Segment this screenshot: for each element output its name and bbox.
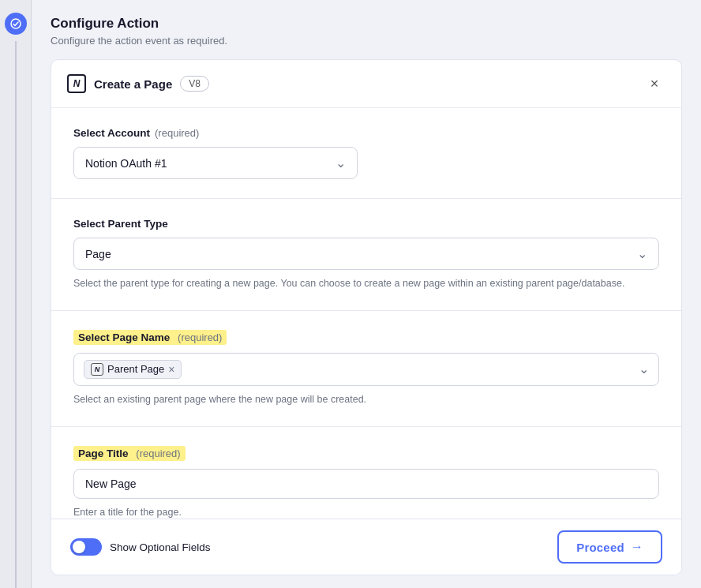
sidebar-connector-line bbox=[15, 41, 17, 588]
parent-page-tag: N Parent Page × bbox=[84, 360, 182, 379]
proceed-button[interactable]: Proceed → bbox=[557, 530, 662, 564]
page-title-input[interactable] bbox=[73, 469, 659, 499]
card-title: Create a Page bbox=[94, 77, 172, 91]
page-title-section: Page Title (required) Enter a title for … bbox=[51, 427, 681, 519]
close-button[interactable]: × bbox=[643, 73, 665, 95]
page-title-required: (required) bbox=[136, 448, 180, 459]
parent-type-label: Select Parent Type bbox=[73, 218, 659, 230]
card-header-left: N Create a Page V8 bbox=[67, 74, 209, 93]
page-name-chevron-icon: ⌄ bbox=[639, 361, 649, 376]
page-title-label-text: Page Title (required) bbox=[73, 446, 186, 461]
parent-type-dropdown[interactable]: Page ⌄ bbox=[73, 238, 659, 270]
page-title-label: Page Title (required) bbox=[73, 446, 659, 461]
sidebar bbox=[0, 0, 32, 588]
page-name-input[interactable]: N Parent Page × ⌄ bbox=[73, 353, 659, 386]
version-badge: V8 bbox=[180, 76, 209, 92]
account-dropdown[interactable]: Notion OAuth #1 ⌄ bbox=[73, 147, 358, 179]
tag-remove-button[interactable]: × bbox=[168, 364, 174, 375]
page-title: Configure Action bbox=[51, 16, 682, 32]
page-name-tags: N Parent Page × bbox=[84, 360, 182, 379]
card-footer: Show Optional Fields Proceed → bbox=[51, 519, 681, 575]
notion-icon: N bbox=[67, 74, 86, 93]
page-name-label: Select Page Name (required) bbox=[73, 330, 659, 345]
optional-fields-toggle[interactable] bbox=[70, 538, 102, 556]
proceed-arrow-icon: → bbox=[631, 540, 643, 554]
account-label: Select Account (required) bbox=[73, 127, 659, 139]
parent-type-helper: Select the parent type for creating a ne… bbox=[73, 276, 659, 291]
page-name-helper: Select an existing parent page where the… bbox=[73, 392, 659, 407]
account-section: Select Account (required) Notion OAuth #… bbox=[51, 108, 681, 199]
card-body: Select Account (required) Notion OAuth #… bbox=[51, 108, 681, 519]
toggle-section: Show Optional Fields bbox=[70, 538, 211, 556]
page-name-section: Select Page Name (required) N Parent Pag… bbox=[51, 311, 681, 427]
sidebar-step-icon bbox=[5, 13, 27, 35]
page-subtitle: Configure the action event as required. bbox=[51, 35, 682, 47]
proceed-label: Proceed bbox=[576, 541, 624, 554]
main-content: Configure Action Configure the action ev… bbox=[32, 0, 701, 588]
account-selected-value: Notion OAuth #1 bbox=[85, 157, 167, 170]
account-required: (required) bbox=[155, 127, 199, 139]
page-name-label-text: Select Page Name (required) bbox=[73, 330, 227, 345]
page-header: Configure Action Configure the action ev… bbox=[51, 16, 682, 47]
parent-type-chevron-icon: ⌄ bbox=[637, 246, 647, 261]
svg-point-0 bbox=[11, 19, 21, 28]
page-title-helper: Enter a title for the page. bbox=[73, 505, 659, 519]
tag-label: Parent Page bbox=[107, 363, 164, 375]
page-name-required: (required) bbox=[178, 331, 222, 343]
parent-type-section: Select Parent Type Page ⌄ Select the par… bbox=[51, 199, 681, 311]
toggle-knob bbox=[73, 541, 85, 553]
account-chevron-icon: ⌄ bbox=[336, 155, 346, 170]
card-header: N Create a Page V8 × bbox=[51, 60, 681, 108]
configure-action-card: N Create a Page V8 × Select Account (req… bbox=[51, 59, 682, 575]
toggle-label: Show Optional Fields bbox=[110, 541, 211, 553]
parent-type-selected-value: Page bbox=[85, 248, 111, 260]
tag-notion-icon: N bbox=[91, 363, 103, 376]
